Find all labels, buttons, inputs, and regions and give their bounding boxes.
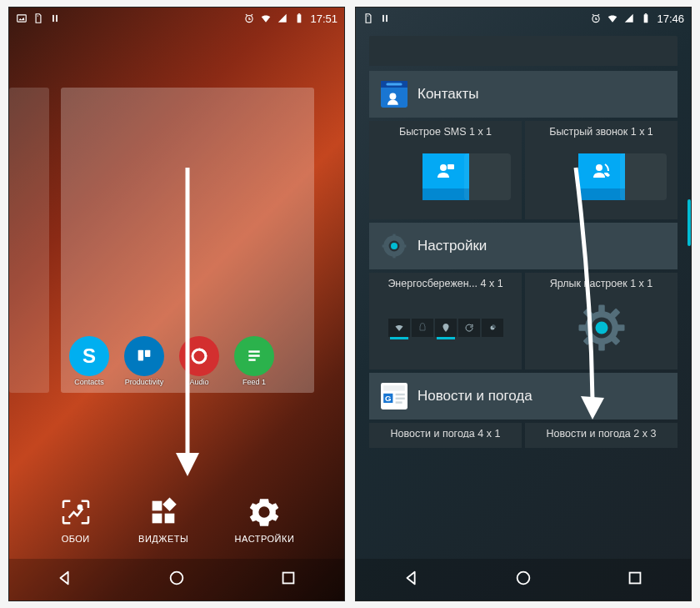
alarm-icon (243, 13, 255, 24)
section-title: Контакты (418, 86, 478, 103)
nav-recent[interactable] (626, 569, 644, 590)
wifi-icon (607, 13, 618, 24)
svg-rect-8 (145, 350, 150, 357)
alarm-icon (590, 13, 602, 24)
status-time: 17:46 (657, 13, 684, 25)
svg-rect-41 (402, 244, 407, 247)
svg-rect-31 (386, 83, 402, 85)
widget-quick-sms[interactable]: Быстрое SMS 1 x 1 (369, 121, 522, 219)
section-title: Настройки (418, 238, 487, 254)
svg-rect-17 (152, 514, 162, 524)
svg-rect-24 (386, 15, 388, 22)
svg-rect-57 (396, 394, 405, 395)
svg-rect-3 (56, 15, 58, 22)
pause-icon (49, 13, 61, 24)
nav-home[interactable] (168, 569, 186, 590)
svg-rect-22 (368, 16, 368, 17)
svg-rect-7 (138, 350, 143, 361)
svg-rect-12 (248, 359, 255, 361)
svg-rect-26 (644, 14, 648, 23)
section-settings-header: Настройки (369, 223, 678, 269)
battery-icon (640, 13, 652, 24)
section-contacts-header: Контакты (369, 71, 678, 118)
folder-contacts[interactable]: S Contacts (69, 336, 109, 386)
section-news-header: G Новости и погода (369, 373, 678, 420)
svg-rect-43 (598, 304, 605, 313)
folder-audio[interactable]: Audio (179, 336, 219, 386)
status-time: 17:51 (310, 13, 338, 25)
section-title: Новости и погода (418, 388, 532, 404)
signal-icon (623, 13, 635, 24)
svg-point-30 (389, 93, 396, 99)
battery-icon (293, 13, 305, 24)
svg-rect-44 (598, 342, 605, 350)
svg-rect-5 (298, 14, 302, 23)
svg-point-15 (78, 505, 82, 509)
image-icon (16, 13, 28, 24)
svg-rect-2 (52, 15, 54, 22)
status-bar: 17:51 (9, 8, 344, 29)
wifi-icon (260, 13, 272, 24)
svg-rect-46 (616, 324, 624, 331)
svg-rect-58 (396, 398, 405, 399)
widget-quick-call[interactable]: Быстрый звонок 1 x 1 (525, 121, 678, 219)
settings-button[interactable]: НАСТРОЙКИ (235, 495, 295, 544)
svg-rect-23 (382, 15, 384, 22)
svg-rect-27 (645, 13, 647, 14)
svg-rect-18 (165, 514, 175, 524)
svg-rect-0 (18, 15, 27, 22)
wallpapers-button[interactable]: ОБОИ (59, 495, 92, 544)
widget-settings-shortcut[interactable]: Ярлык настроек 1 x 1 (525, 273, 678, 369)
widgets-button[interactable]: ВИДЖЕТЫ (138, 495, 188, 544)
widget-news-2x3[interactable]: Новости и погода 2 x 3 (525, 423, 678, 448)
svg-rect-19 (162, 498, 176, 511)
svg-rect-38 (392, 234, 395, 239)
nav-back[interactable] (402, 569, 421, 590)
svg-rect-6 (298, 13, 300, 14)
svg-text:G: G (385, 394, 391, 403)
pause-icon (379, 13, 391, 24)
contacts-app-icon (381, 81, 408, 108)
svg-point-32 (440, 164, 447, 171)
svg-rect-1 (38, 16, 38, 17)
svg-rect-16 (152, 501, 162, 511)
prev-section-peek (369, 36, 678, 66)
nav-bar (9, 559, 344, 600)
svg-point-20 (171, 572, 183, 585)
svg-rect-59 (396, 401, 402, 403)
nav-home[interactable] (514, 569, 532, 590)
svg-point-52 (595, 321, 608, 334)
svg-rect-45 (578, 324, 587, 331)
folder-productivity[interactable]: Productivity (124, 336, 164, 386)
svg-rect-10 (248, 350, 259, 353)
sim-icon (32, 13, 44, 24)
svg-rect-11 (248, 354, 259, 357)
home-page-preview[interactable]: S Contacts Productivity Audio Feed 1 (61, 88, 314, 393)
screenshot-left: 17:51 S Contacts Productivity Audio (8, 7, 345, 601)
adjacent-page-preview[interactable] (9, 88, 49, 393)
nav-recent[interactable] (279, 569, 298, 590)
scroll-indicator (688, 199, 691, 246)
signal-icon (277, 13, 288, 24)
svg-rect-54 (383, 385, 405, 390)
widget-picker[interactable]: Контакты Быстрое SMS 1 x 1 Быстрый звоно… (356, 29, 691, 560)
status-bar: 17:46 (356, 8, 691, 29)
svg-rect-33 (448, 164, 454, 169)
widget-power-control[interactable]: Энергосбережен... 4 x 1 (369, 273, 522, 369)
folder-feed[interactable]: Feed 1 (234, 336, 274, 386)
svg-point-61 (518, 572, 530, 585)
svg-point-34 (596, 164, 602, 171)
settings-app-icon (381, 233, 408, 259)
svg-marker-14 (176, 453, 199, 476)
svg-rect-62 (630, 573, 641, 584)
launcher-overview: S Contacts Productivity Audio Feed 1 (9, 29, 344, 560)
widget-news-4x1[interactable]: Новости и погода 4 x 1 (369, 423, 522, 448)
nav-bar (356, 559, 691, 600)
news-app-icon: G (381, 383, 408, 410)
svg-point-37 (391, 243, 398, 249)
screenshot-right: 17:46 Контакты Быстрое SMS 1 x 1 (355, 7, 692, 601)
svg-rect-40 (382, 244, 387, 247)
svg-rect-21 (283, 573, 294, 584)
svg-rect-39 (392, 254, 395, 259)
nav-back[interactable] (56, 569, 74, 590)
